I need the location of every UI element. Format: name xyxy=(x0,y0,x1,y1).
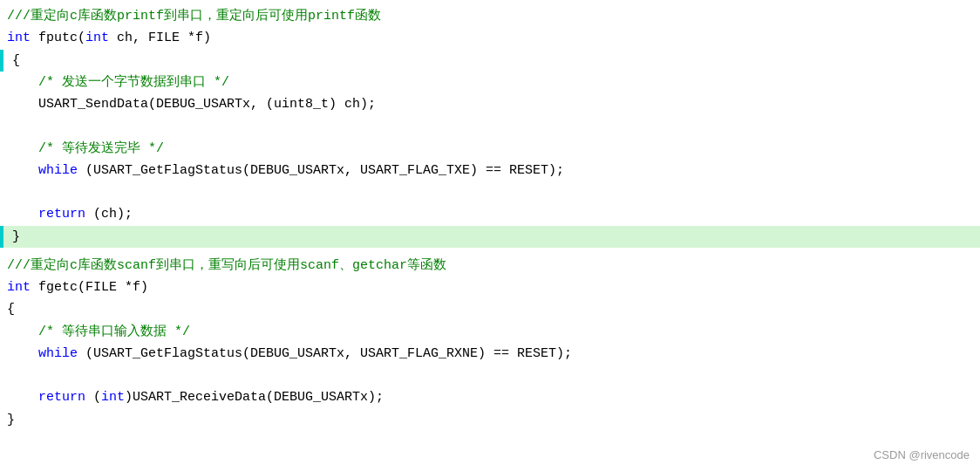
separator xyxy=(0,248,980,255)
code-line-14: { xyxy=(0,298,980,320)
brace-close-2: } xyxy=(7,413,15,427)
code-line-19: } xyxy=(0,409,980,431)
code-line-15: /* 等待串口输入数据 */ xyxy=(0,321,980,343)
keyword-int-4: int xyxy=(101,390,125,405)
comment-1: ///重定向c库函数printf到串口，重定向后可使用printf函数 xyxy=(7,9,381,24)
keyword-return-1: return xyxy=(38,207,85,222)
normal-10: (USART_GetFlagStatus(DEBUG_USARTx, USART… xyxy=(78,346,572,361)
comment-4: ///重定向c库函数scanf到串口，重写向后可使用scanf、getchar等… xyxy=(7,258,446,273)
code-line-12: ///重定向c库函数scanf到串口，重写向后可使用scanf、getchar等… xyxy=(0,255,980,276)
code-line-3: { xyxy=(0,50,980,72)
code-line-16: while (USART_GetFlagStatus(DEBUG_USARTx,… xyxy=(0,343,980,365)
comment-2: /* 发送一个字节数据到串口 */ xyxy=(7,75,229,90)
left-bar-1 xyxy=(0,50,3,72)
code-line-17 xyxy=(0,365,980,386)
normal-3: USART_SendData(DEBUG_USARTx, (uint8_t) c… xyxy=(7,97,376,112)
comment-3: /* 等待发送完毕 */ xyxy=(7,141,164,156)
keyword-int-3: int xyxy=(7,280,31,295)
keyword-while-2: while xyxy=(38,346,78,361)
code-line-9 xyxy=(0,181,980,203)
normal-4 xyxy=(7,163,38,178)
normal-13: )USART_ReceiveData(DEBUG_USARTx); xyxy=(125,390,384,405)
brace-close-1: } xyxy=(7,229,20,244)
watermark: CSDN @rivencode xyxy=(874,447,970,464)
brace-open-1: { xyxy=(7,53,20,68)
code-line-7: /* 等待发送完毕 */ xyxy=(0,138,980,160)
code-line-8: while (USART_GetFlagStatus(DEBUG_USARTx,… xyxy=(0,160,980,181)
left-bar-2 xyxy=(0,226,3,248)
code-line-4: /* 发送一个字节数据到串口 */ xyxy=(0,72,980,93)
normal-1: fputc( xyxy=(31,31,85,45)
normal-9 xyxy=(7,346,38,361)
keyword-return-2: return xyxy=(38,390,85,405)
code-line-18: return (int)USART_ReceiveData(DEBUG_USAR… xyxy=(0,386,980,408)
normal-8: fgetc(FILE *f) xyxy=(31,280,148,295)
code-line-13: int fgetc(FILE *f) xyxy=(0,276,980,298)
normal-6 xyxy=(7,207,38,222)
normal-12: ( xyxy=(85,390,101,405)
code-line-10: return (ch); xyxy=(0,203,980,225)
brace-open-2: { xyxy=(7,302,15,317)
code-container: ///重定向c库函数printf到串口，重定向后可使用printf函数 int … xyxy=(0,0,980,471)
keyword-int-1: int xyxy=(7,31,31,45)
keyword-int-2: int xyxy=(85,31,109,45)
code-line-1: ///重定向c库函数printf到串口，重定向后可使用printf函数 xyxy=(0,5,980,27)
code-line-2: int fputc(int ch, FILE *f) xyxy=(0,27,980,49)
normal-5: (USART_GetFlagStatus(DEBUG_USARTx, USART… xyxy=(78,163,564,178)
code-line-11: } xyxy=(0,226,980,248)
normal-2: ch, FILE *f) xyxy=(109,31,211,45)
code-line-6 xyxy=(0,115,980,137)
normal-7: (ch); xyxy=(85,207,133,222)
comment-5: /* 等待串口输入数据 */ xyxy=(7,324,190,339)
normal-11 xyxy=(7,390,38,405)
code-line-5: USART_SendData(DEBUG_USARTx, (uint8_t) c… xyxy=(0,93,980,115)
keyword-while-1: while xyxy=(38,163,78,178)
